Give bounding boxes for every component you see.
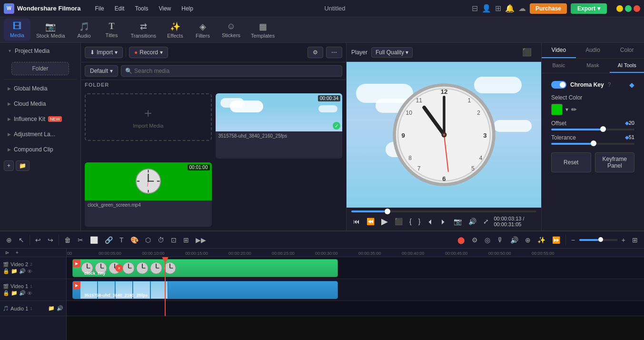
cloud-icon[interactable]: ☁ <box>518 4 526 13</box>
sidebar-item-cloud-media[interactable]: ▶ Cloud Media <box>2 97 79 111</box>
audio-snap-button[interactable]: 🔊 <box>508 235 521 245</box>
minimize-window-icon[interactable]: ⊟ <box>472 4 478 13</box>
window-maximize-button[interactable] <box>625 5 632 12</box>
sub-tab-mask[interactable]: Mask <box>576 59 610 73</box>
video1-audio-button[interactable]: 🔊 <box>19 290 26 296</box>
eyedropper-button[interactable]: ✏ <box>571 106 577 113</box>
tolerance-slider[interactable] <box>551 143 634 145</box>
video1-folder-button[interactable]: 📁 <box>11 290 18 296</box>
crop-button[interactable]: ⬜ <box>88 235 100 245</box>
seek-bar[interactable] <box>351 210 536 212</box>
tab-video[interactable]: Video <box>542 43 576 58</box>
motion-track-button[interactable]: ⊕ <box>523 235 533 245</box>
transform-button[interactable]: ⬡ <box>143 235 153 245</box>
export-button[interactable]: Export ▾ <box>571 3 607 14</box>
next-frame-button[interactable]: ⏵ <box>438 217 449 226</box>
tab-audio[interactable]: Audio <box>576 43 610 58</box>
select-tool-button[interactable]: ↖ <box>16 235 27 245</box>
toolbar-item-effects[interactable]: ✨ Effects <box>162 19 188 41</box>
cut-button[interactable]: ✂ <box>75 235 86 245</box>
toolbar-item-filters[interactable]: ◈ Filters <box>189 19 216 41</box>
sub-tab-ai-tools[interactable]: AI Tools <box>610 59 644 73</box>
undo-button[interactable]: ↩ <box>33 235 43 245</box>
zoom-in-button[interactable]: + <box>619 235 628 245</box>
menu-view[interactable]: View <box>154 3 176 14</box>
offset-keyframe-icon[interactable]: ◆ <box>625 120 629 127</box>
audio-detach-button[interactable]: 🔗 <box>102 235 115 245</box>
video-clip-v1[interactable]: ▶ 3515758-uhd_3840_2160_25fps <box>72 281 338 299</box>
sidebar-item-adjustment[interactable]: ▶ Adjustment La... <box>2 127 79 141</box>
sidebar-item-influence-kit[interactable]: ▶ Influence Kit NEW <box>2 112 79 126</box>
toolbar-item-stock-media[interactable]: 📷 Stock Media <box>31 19 70 41</box>
window-minimize-button[interactable] <box>616 5 623 12</box>
add-track-timeline-button[interactable]: ⊕ <box>4 235 14 245</box>
tab-color[interactable]: Color <box>610 43 644 58</box>
delete-button[interactable]: 🗑 <box>62 235 73 245</box>
stop-button[interactable]: ⬛ <box>393 217 405 226</box>
mark-out-button[interactable]: } <box>416 217 423 226</box>
prev-frame-button[interactable]: ⏴ <box>425 217 436 226</box>
more-tools-button[interactable]: ▶▶ <box>193 235 208 245</box>
video1-lock-button[interactable]: 🔒 <box>3 290 10 296</box>
tolerance-keyframe-icon[interactable]: ◆ <box>625 134 629 141</box>
add-folder-button[interactable]: 📁 <box>16 160 30 171</box>
video2-eye-button[interactable]: 👁 <box>27 268 32 274</box>
timeline-layout-button[interactable]: ⊞ <box>630 235 640 245</box>
sidebar-item-global-media[interactable]: ▶ Global Media <box>2 81 79 96</box>
video2-folder-button[interactable]: 📁 <box>11 268 18 274</box>
add-marker-header-button[interactable]: + <box>13 249 21 257</box>
purchase-button[interactable]: Purchase <box>530 3 567 14</box>
quality-select[interactable]: Full Quality ▾ <box>371 47 413 58</box>
more-options-button[interactable]: ⋯ <box>326 47 342 58</box>
step-back-button[interactable]: ⏪ <box>365 217 376 226</box>
folder-button[interactable]: Folder <box>11 62 69 75</box>
toolbar-item-templates[interactable]: ▦ Templates <box>246 19 279 41</box>
chroma-key-toggle[interactable] <box>551 81 566 89</box>
filter-button[interactable]: ⚙ <box>307 47 323 58</box>
default-view-button[interactable]: Default ▾ <box>85 65 118 77</box>
play-button[interactable]: ▶ <box>379 215 390 228</box>
window-close-button[interactable] <box>634 5 640 12</box>
person-icon[interactable]: 👤 <box>482 4 491 13</box>
menu-help[interactable]: Help <box>177 3 198 14</box>
fullscreen-button[interactable]: ⬛ <box>517 46 536 59</box>
video2-audio-button[interactable]: 🔊 <box>19 268 26 274</box>
sidebar-item-project-media[interactable]: ▼ Project Media <box>2 44 79 58</box>
menu-file[interactable]: File <box>90 3 109 14</box>
keyframe-diamond-icon[interactable]: ◆ <box>629 81 634 89</box>
video-clip-v2[interactable]: ▶ × <box>72 259 338 277</box>
timeline-settings-button[interactable]: ⚙ <box>469 235 480 245</box>
speaker-button[interactable]: 🔊 <box>466 217 478 226</box>
menu-tools[interactable]: Tools <box>130 3 153 14</box>
add-track-button[interactable]: + <box>4 160 14 171</box>
text-button[interactable]: T <box>117 235 126 245</box>
reset-button[interactable]: Reset <box>551 152 591 172</box>
sidebar-item-compound-clip[interactable]: ▶ Compound Clip <box>2 142 79 157</box>
redo-button[interactable]: ↪ <box>45 235 56 245</box>
fullscreen2-button[interactable]: ⊞ <box>181 235 191 245</box>
mark-in-button[interactable]: { <box>407 217 414 226</box>
zoom-out-button[interactable]: − <box>569 235 577 245</box>
crop2-button[interactable]: ⊡ <box>168 235 179 245</box>
speed-button[interactable]: ⏱ <box>155 235 167 245</box>
color-dropdown-icon[interactable]: ▾ <box>565 106 568 113</box>
color-swatch[interactable] <box>551 104 563 115</box>
snapshot-button[interactable]: 📷 <box>452 217 464 226</box>
search-input[interactable] <box>134 68 338 74</box>
toolbar-item-audio[interactable]: 🎵 Audio <box>71 19 98 41</box>
menu-edit[interactable]: Edit <box>110 3 129 14</box>
effect-button[interactable]: ✨ <box>535 235 548 245</box>
toolbar-item-stickers[interactable]: ☺ Stickers <box>217 19 245 41</box>
sub-tab-basic[interactable]: Basic <box>542 59 576 73</box>
record-audio-button[interactable]: ⬤ <box>455 235 467 245</box>
toolbar-item-transitions[interactable]: ⇄ Transitions <box>126 19 161 41</box>
audio1-folder-button[interactable]: 📁 <box>48 305 55 311</box>
toolbar-item-titles[interactable]: T Titles <box>99 19 125 41</box>
toolbar-item-media[interactable]: 🎞 Media <box>4 19 30 41</box>
media-item-clock[interactable]: 00:01:00 clock_green_screen.mp4 <box>85 162 212 227</box>
notification-icon[interactable]: 🔔 <box>505 4 515 13</box>
import-button[interactable]: ⬇ Import ▾ <box>85 47 123 58</box>
import-media-button[interactable]: + Import Media <box>85 93 212 141</box>
rewind-button[interactable]: ⏮ <box>351 217 362 226</box>
offset-slider[interactable] <box>551 129 634 130</box>
